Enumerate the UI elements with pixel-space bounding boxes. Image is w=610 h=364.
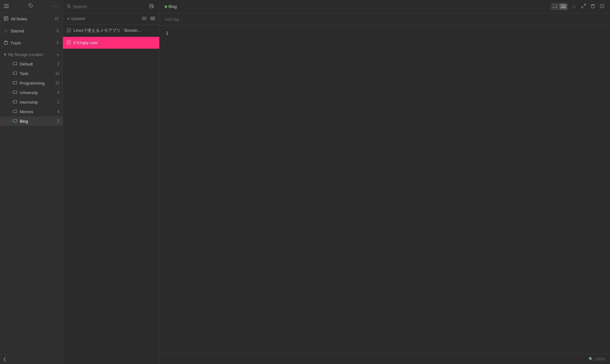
svg-rect-2 <box>4 7 9 8</box>
trash-label: Trash <box>10 41 21 45</box>
editor-line-number: 1 <box>166 31 168 36</box>
folder-count-default: 2 <box>57 62 59 66</box>
note-title-linux: Linuxで使えるメモアプリ「Boostn... <box>73 28 155 33</box>
note-list-panel: ▼ Updated <box>63 0 160 364</box>
info-button[interactable] <box>599 3 605 10</box>
folder-count-university: 6 <box>57 90 59 95</box>
folder-item-programming[interactable]: ⋮⋮ Programming 11 <box>0 78 63 88</box>
more-options-icon[interactable]: ··· <box>52 2 59 10</box>
zoom-label: 100% <box>595 357 605 361</box>
sidebar-bottom: ❮ <box>0 354 63 364</box>
toggle-switch <box>551 3 568 10</box>
folder-count-blog: 2 <box>57 119 59 123</box>
drag-handle: ⋮⋮ <box>5 81 11 85</box>
trash-count: 5 <box>57 41 59 45</box>
collapse-sidebar-button[interactable]: ❮ <box>3 357 6 361</box>
editor-folder-tag: Blog <box>165 4 177 9</box>
sort-grid-icon[interactable] <box>150 16 155 22</box>
sidebar-header: ··· <box>0 0 63 13</box>
editor-footer: 🔍 100% <box>160 354 610 364</box>
menu-icon[interactable] <box>3 3 10 10</box>
all-notes-label: All Notes <box>11 17 27 21</box>
sidebar-item-all-notes[interactable]: All Notes 37 <box>0 13 63 25</box>
folder-label-programming: Programming <box>20 81 45 86</box>
svg-point-9 <box>67 4 70 7</box>
drag-handle: ⋮⋮ <box>5 91 11 94</box>
star-note-button[interactable]: ☆ <box>572 3 577 10</box>
folder-item-university[interactable]: ⋮⋮ University 6 <box>0 88 63 97</box>
svg-rect-8 <box>4 42 7 45</box>
folder-label-blog: Blog <box>20 119 28 124</box>
svg-rect-34 <box>592 5 594 8</box>
empty-note-label: Empty note <box>77 40 98 45</box>
svg-point-3 <box>30 4 30 5</box>
folder-item-memos[interactable]: ⋮⋮ Memos 4 <box>0 107 63 116</box>
sort-chevron-icon: ▼ <box>67 17 70 21</box>
toggle-split-button[interactable] <box>559 3 567 10</box>
svg-rect-18 <box>153 17 154 18</box>
folder-label-default: Default <box>20 62 33 66</box>
toggle-preview-button[interactable] <box>551 3 559 10</box>
svg-rect-0 <box>4 4 9 5</box>
folder-label-internship: Internship <box>20 100 38 105</box>
note-list-header <box>63 0 159 13</box>
svg-point-37 <box>602 5 602 5</box>
folder-count-programming: 11 <box>55 81 59 85</box>
editor-actions: ☆ <box>551 3 605 10</box>
folder-item-default[interactable]: ⋮⋮ Default 2 <box>0 59 63 69</box>
editor-content[interactable]: 1 <box>160 25 610 354</box>
svg-rect-20 <box>153 19 154 20</box>
svg-rect-19 <box>150 19 152 20</box>
add-folder-icon[interactable]: + <box>57 52 59 57</box>
folder-label-university: University <box>20 90 38 95</box>
empty-note-count: 0 <box>73 40 77 45</box>
folder-count-memos: 4 <box>57 109 59 114</box>
expand-button[interactable] <box>581 3 586 10</box>
svg-line-10 <box>70 7 71 8</box>
note-item-linux[interactable]: Linuxで使えるメモアプリ「Boostn... <box>63 24 159 37</box>
search-container <box>67 4 148 9</box>
add-tag-placeholder: Add tag... <box>165 17 182 22</box>
editor: Blog ☆ <box>160 0 610 364</box>
tag-icon[interactable] <box>28 3 34 10</box>
note-title-empty: 0 Empty note <box>73 40 155 45</box>
drag-handle: ⋮⋮ <box>5 110 11 113</box>
zoom-icon: 🔍 <box>589 357 593 361</box>
editor-title-bar: Blog <box>165 4 177 9</box>
storage-header[interactable]: ▼ My Storage Location + <box>3 52 59 58</box>
note-item-empty[interactable]: 0 Empty note <box>63 37 159 49</box>
folder-label-task: Task <box>20 71 28 76</box>
folder-icon-university <box>13 90 17 95</box>
folder-icon-memos <box>13 109 17 114</box>
drag-handle: ⋮⋮ <box>5 72 11 75</box>
sidebar-item-starred[interactable]: ☆ Starred 0 <box>0 25 63 37</box>
sidebar: ··· All Notes 37 ☆ Starred 0 Trash 5 <box>0 0 63 364</box>
sort-label[interactable]: Updated <box>71 17 85 21</box>
sort-list-icon[interactable] <box>141 16 147 22</box>
storage-chevron: ▼ <box>3 52 7 57</box>
starred-icon: ☆ <box>4 28 8 33</box>
folder-icon-task <box>13 71 17 76</box>
svg-rect-17 <box>150 17 152 18</box>
sidebar-item-trash[interactable]: Trash 5 <box>0 37 63 49</box>
new-note-button[interactable] <box>148 3 155 10</box>
all-notes-count: 37 <box>55 17 59 21</box>
folder-item-blog[interactable]: ⋮⋮ Blog 2 <box>0 116 63 126</box>
folder-icon-internship <box>13 100 17 105</box>
trash-nav-icon <box>4 40 8 46</box>
editor-toolbar: Blog ☆ <box>160 0 610 13</box>
note-icon-linux <box>67 28 71 33</box>
delete-note-button[interactable] <box>590 3 595 10</box>
starred-count: 0 <box>57 29 59 33</box>
search-input[interactable] <box>73 4 148 9</box>
all-notes-icon <box>4 16 8 22</box>
folder-item-task[interactable]: ⋮⋮ Task 11 <box>0 69 63 78</box>
drag-handle: ⋮⋮ <box>5 120 11 123</box>
storage-section: ▼ My Storage Location + <box>0 49 63 59</box>
svg-rect-1 <box>4 6 9 6</box>
folder-label-memos: Memos <box>20 109 33 114</box>
folder-item-internship[interactable]: ⋮⋮ Internship 1 <box>0 97 63 107</box>
tag-bar[interactable]: Add tag... <box>160 13 610 25</box>
drag-handle: ⋮⋮ <box>5 62 11 66</box>
starred-label: Starred <box>10 29 24 33</box>
